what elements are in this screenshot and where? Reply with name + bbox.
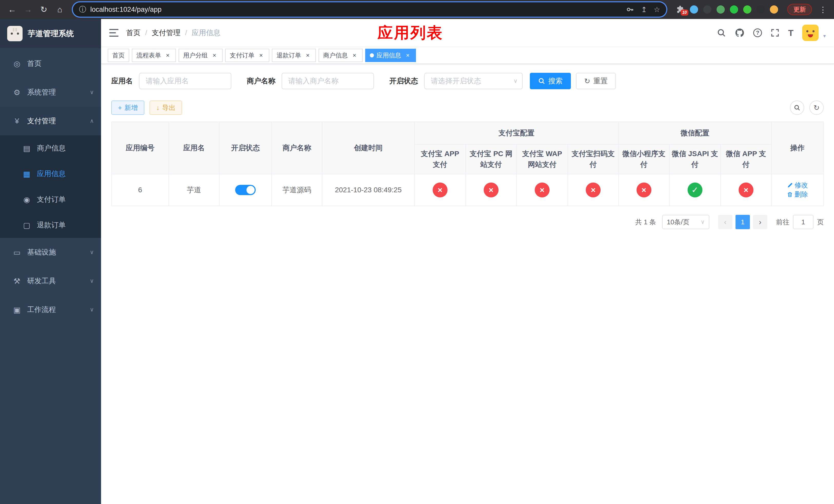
browser-menu-icon[interactable]: ⋮ xyxy=(817,5,829,14)
page-1-button[interactable]: 1 xyxy=(736,215,750,229)
breadcrumb-item-home[interactable]: 首页 xyxy=(126,28,140,38)
column-header: 微信 JSAPI 支付 xyxy=(670,144,721,174)
tab-home[interactable]: 首页 xyxy=(108,49,129,62)
column-header: 创建时间 xyxy=(322,122,414,174)
sidebar-item-payment[interactable]: ¥支付管理∧ xyxy=(0,107,101,135)
close-icon[interactable]: × xyxy=(351,52,358,59)
close-icon[interactable]: × xyxy=(304,52,311,59)
question-glyph: ? xyxy=(753,28,762,37)
github-icon[interactable] xyxy=(735,28,745,38)
tag-view-bar: 首页流程表单×用户分组×支付订单×退款订单×商户信息×应用信息× xyxy=(101,47,834,64)
browser-toolbar: ← → ↻ ⌂ ⓘ localhost:1024/pay/app ↥ ☆ 10 … xyxy=(0,0,834,19)
sidebar-item-app-info[interactable]: ▦应用信息 xyxy=(0,161,101,187)
sidebar-item-home[interactable]: ◎首页 xyxy=(0,49,101,78)
cell-status xyxy=(219,174,271,206)
tab-process-form[interactable]: 流程表单× xyxy=(132,49,176,62)
help-icon[interactable]: ? xyxy=(753,28,762,37)
sidebar-item-label: 基础设施 xyxy=(27,247,90,257)
status-select[interactable]: 请选择开启状态 ∨ xyxy=(424,73,523,89)
hamburger-icon[interactable] xyxy=(109,29,118,37)
extension-icon[interactable] xyxy=(756,5,765,14)
content: 应用名 商户名称 开启状态 请选择开启状态 ∨ xyxy=(101,64,834,504)
close-icon[interactable]: × xyxy=(258,52,265,59)
enabled-check-icon: ✓ xyxy=(687,183,702,198)
export-button[interactable]: ↓ 导出 xyxy=(150,100,182,115)
reload-icon[interactable]: ↻ xyxy=(37,3,51,17)
extension-icon[interactable] xyxy=(703,5,711,14)
refresh-table-button[interactable]: ↻ xyxy=(809,100,824,115)
close-icon[interactable]: × xyxy=(164,52,171,59)
breadcrumb: 首页 / 支付管理 / 应用信息 xyxy=(126,28,221,38)
home-icon[interactable]: ⌂ xyxy=(53,3,67,17)
sidebar-item-merchant-info[interactable]: ▤商户信息 xyxy=(0,135,101,161)
column-header: 支付宝 PC 网站支付 xyxy=(466,144,517,174)
tab-user-group[interactable]: 用户分组× xyxy=(178,49,223,62)
edit-button[interactable]: 修改 xyxy=(787,181,808,190)
search-icon[interactable] xyxy=(717,28,726,38)
sidebar-menu: ◎首页⚙系统管理∨¥支付管理∧▤商户信息▦应用信息◉支付订单▢退款订单▭基础设施… xyxy=(0,48,101,504)
extension-icon[interactable] xyxy=(717,5,725,14)
page-size-select[interactable]: 10条/页 ∨ xyxy=(662,215,709,229)
next-page-button[interactable]: › xyxy=(753,215,767,229)
disabled-cross-icon: × xyxy=(739,183,753,198)
extension-icon[interactable] xyxy=(743,5,751,14)
toggle-search-button[interactable] xyxy=(790,100,804,115)
sidebar-item-workflow[interactable]: ▣工作流程∨ xyxy=(0,295,101,324)
filter-merchant-name: 商户名称 xyxy=(247,73,374,89)
font-size-icon[interactable]: T xyxy=(788,28,793,38)
edit-button-label: 修改 xyxy=(794,181,808,190)
update-button[interactable]: 更新 xyxy=(787,4,812,15)
sidebar-item-system[interactable]: ⚙系统管理∨ xyxy=(0,78,101,107)
active-dot-icon xyxy=(370,53,374,58)
url-bar[interactable]: ⓘ localhost:1024/pay/app ↥ ☆ xyxy=(73,2,666,17)
app-name-input[interactable] xyxy=(139,73,231,89)
avatar[interactable] xyxy=(802,25,819,41)
tab-merchant-info[interactable]: 商户信息× xyxy=(319,49,363,62)
sidebar-item-label: 支付订单 xyxy=(37,194,101,204)
extensions-puzzle-icon[interactable]: 10 xyxy=(677,5,685,14)
chevron-down-icon: ∨ xyxy=(90,249,94,256)
tab-app-info[interactable]: 应用信息× xyxy=(365,49,416,62)
column-header: 开启状态 xyxy=(219,122,271,174)
status-toggle[interactable] xyxy=(235,185,256,195)
menu-order-icon: ◉ xyxy=(21,195,33,204)
fullscreen-icon[interactable] xyxy=(771,28,780,37)
menu-home-icon: ◎ xyxy=(11,59,23,68)
extension-icon[interactable] xyxy=(730,5,738,14)
avatar-caret-icon[interactable]: ▾ xyxy=(823,33,826,41)
goto-page-input[interactable] xyxy=(793,215,813,229)
sidebar-item-dev-tools[interactable]: ⚒研发工具∨ xyxy=(0,267,101,295)
plus-icon: + xyxy=(118,104,122,112)
export-button-label: 导出 xyxy=(162,103,175,112)
tab-pay-order[interactable]: 支付订单× xyxy=(225,49,269,62)
search-button-label: 搜索 xyxy=(548,76,563,86)
search-button[interactable]: 搜索 xyxy=(530,73,571,89)
menu-devtool-icon: ⚒ xyxy=(11,277,23,285)
sidebar-item-pay-order[interactable]: ◉支付订单 xyxy=(0,187,101,212)
bookmark-star-icon[interactable]: ☆ xyxy=(654,5,660,14)
tab-refund-order[interactable]: 退款订单× xyxy=(272,49,316,62)
add-button[interactable]: + 新增 xyxy=(111,100,145,115)
forward-icon[interactable]: → xyxy=(21,3,35,17)
prev-page-button[interactable]: ‹ xyxy=(718,215,732,229)
extension-icon[interactable] xyxy=(690,5,698,14)
back-icon[interactable]: ← xyxy=(5,3,19,17)
table-toolbar: + 新增 ↓ 导出 ↻ xyxy=(111,100,824,115)
sidebar-item-refund-order[interactable]: ▢退款订单 xyxy=(0,212,101,238)
reset-button[interactable]: ↻ 重置 xyxy=(576,73,616,89)
chevron-down-icon: ∨ xyxy=(513,78,518,84)
extensions-area: 10 xyxy=(673,5,782,14)
close-icon[interactable]: × xyxy=(211,52,218,59)
share-icon[interactable]: ↥ xyxy=(641,5,647,14)
breadcrumb-item-payment[interactable]: 支付管理 xyxy=(152,28,180,38)
site-info-icon[interactable]: ⓘ xyxy=(79,5,86,14)
close-icon[interactable]: × xyxy=(404,52,411,59)
extension-icon[interactable] xyxy=(770,5,778,14)
sidebar-item-infrastructure[interactable]: ▭基础设施∨ xyxy=(0,238,101,267)
delete-button[interactable]: 删除 xyxy=(787,190,808,199)
app-logo-bar: 芋道管理系统 xyxy=(0,19,101,48)
merchant-name-input[interactable] xyxy=(282,73,374,89)
sidebar-item-label: 首页 xyxy=(27,59,94,68)
password-key-icon[interactable] xyxy=(626,5,634,14)
menu-system-icon: ⚙ xyxy=(11,88,23,97)
